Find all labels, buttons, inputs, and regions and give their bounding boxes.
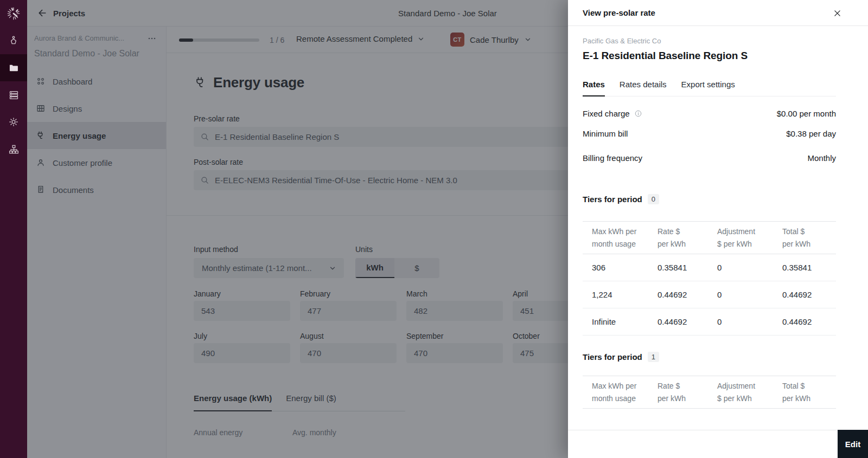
tab-rates-details[interactable]: Rates details (620, 80, 667, 96)
table-row: Infinite 0.44692 0 0.44692 (583, 308, 836, 336)
close-icon[interactable] (828, 4, 846, 22)
tab-export-settings[interactable]: Export settings (681, 80, 735, 96)
column-header: Total $ per kWh (782, 380, 836, 405)
column-header: Rate $ per kWh (658, 225, 717, 250)
fixed-charge-value: $0.00 per month (777, 109, 836, 118)
cell-adjustment: 0 (717, 290, 782, 299)
cell-max-kwh: 306 (592, 263, 658, 272)
info-icon[interactable] (634, 109, 642, 118)
tier-table-period-0: Max kWh per month usage Rate $ per kWh A… (583, 221, 836, 336)
cell-rate: 0.35841 (658, 263, 717, 272)
minimum-bill-label: Minimum bill (583, 129, 628, 138)
table-row: 1,224 0.44692 0 0.44692 (583, 281, 836, 308)
rate-name: E-1 Residential Baseline Region S (583, 50, 836, 62)
minimum-bill-value: $0.38 per day (786, 129, 836, 138)
edit-button[interactable]: Edit (838, 430, 868, 458)
column-header: Rate $ per kWh (658, 380, 717, 405)
cell-max-kwh: Infinite (592, 317, 658, 326)
column-header: Max kWh per month usage (592, 225, 658, 250)
utility-name: Pacific Gas & Electric Co (583, 37, 836, 45)
column-header: Max kWh per month usage (592, 380, 658, 405)
tab-rates[interactable]: Rates (583, 80, 605, 96)
cell-total: 0.44692 (782, 290, 836, 299)
modal-title: View pre-solar rate (583, 8, 655, 17)
table-row: 306 0.35841 0 0.35841 (583, 254, 836, 281)
column-header: Adjustment $ per kWh (717, 380, 782, 405)
settings-gear-icon[interactable] (0, 108, 27, 136)
period-badge: 1 (648, 352, 659, 362)
tiers-period-1-heading: Tiers for period 1 (583, 352, 836, 362)
cell-total: 0.44692 (782, 317, 836, 326)
cell-total: 0.35841 (782, 263, 836, 272)
projects-folder-icon[interactable] (0, 54, 27, 81)
billing-frequency-label: Billing frequency (583, 153, 642, 163)
cell-adjustment: 0 (717, 263, 782, 272)
cell-max-kwh: 1,224 (592, 290, 658, 299)
period-badge: 0 (648, 194, 659, 204)
sales-mode-icon[interactable] (0, 27, 27, 54)
column-header: Adjustment $ per kWh (717, 225, 782, 250)
summary-row-fixed-charge: Fixed charge $0.00 per month (583, 109, 836, 118)
modal-backdrop[interactable] (27, 0, 568, 458)
view-pre-solar-rate-modal: View pre-solar rate Pacific Gas & Electr… (568, 0, 868, 458)
proposals-list-icon[interactable] (0, 81, 27, 108)
cell-adjustment: 0 (717, 317, 782, 326)
summary-row-minimum-bill: Minimum bill $0.38 per day (583, 129, 836, 138)
tiers-title: Tiers for period (583, 352, 642, 362)
tiers-period-0-heading: Tiers for period 0 (583, 194, 836, 204)
summary-row-billing-frequency: Billing frequency Monthly (583, 153, 836, 163)
org-chart-icon[interactable] (0, 136, 27, 163)
aurora-logo-icon[interactable] (0, 0, 27, 27)
column-header: Total $ per kWh (782, 225, 836, 250)
app-root: Projects Standard Demo - Joe Solar Auror… (0, 0, 868, 458)
cell-rate: 0.44692 (658, 317, 717, 326)
tiers-title: Tiers for period (583, 195, 642, 204)
tier-table-period-1: Max kWh per month usage Rate $ per kWh A… (583, 376, 836, 409)
fixed-charge-label: Fixed charge (583, 109, 630, 118)
cell-rate: 0.44692 (658, 290, 717, 299)
modal-footer: Edit (568, 430, 868, 458)
billing-frequency-value: Monthly (807, 153, 836, 163)
modal-tabs: Rates Rates details Export settings (583, 80, 836, 96)
icon-rail (0, 0, 27, 458)
